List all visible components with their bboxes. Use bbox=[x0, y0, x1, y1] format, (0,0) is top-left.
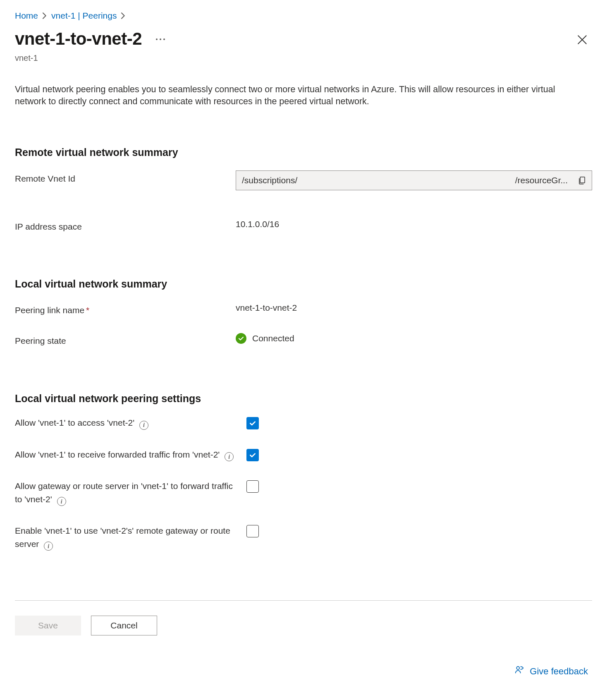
breadcrumb: Home vnet-1 | Peerings bbox=[15, 10, 592, 22]
section-remote-summary: Remote virtual network summary Remote Vn… bbox=[15, 146, 592, 233]
required-indicator: * bbox=[86, 305, 89, 315]
peering-state-label: Peering state bbox=[15, 333, 226, 347]
svg-rect-0 bbox=[580, 177, 585, 183]
give-feedback-link[interactable]: Give feedback bbox=[514, 664, 588, 678]
section-peering-settings: Local virtual network peering settings A… bbox=[15, 392, 592, 551]
copy-icon[interactable] bbox=[572, 171, 592, 190]
page-title: vnet-1-to-vnet-2 bbox=[15, 27, 167, 51]
use-remote-gateway-checkbox[interactable] bbox=[246, 525, 259, 537]
remote-vnet-id-suffix: /resourceGr... bbox=[515, 175, 572, 186]
section-title-remote: Remote virtual network summary bbox=[15, 146, 592, 160]
allow-gateway-label: Allow gateway or route server in 'vnet-1… bbox=[15, 479, 234, 506]
use-remote-gateway-label: Enable 'vnet-1' to use 'vnet-2's' remote… bbox=[15, 524, 234, 551]
chevron-right-icon bbox=[42, 12, 47, 19]
allow-access-label: Allow 'vnet-1' to access 'vnet-2' i bbox=[15, 416, 234, 430]
intro-text: Virtual network peering enables you to s… bbox=[15, 84, 585, 108]
ip-space-label: IP address space bbox=[15, 218, 226, 233]
allow-forwarded-checkbox[interactable] bbox=[246, 449, 259, 461]
allow-gateway-checkbox[interactable] bbox=[246, 480, 259, 493]
allow-access-checkbox[interactable] bbox=[246, 417, 259, 429]
breadcrumb-home[interactable]: Home bbox=[15, 10, 38, 22]
give-feedback-text: Give feedback bbox=[530, 665, 588, 678]
breadcrumb-parent[interactable]: vnet-1 | Peerings bbox=[51, 10, 117, 22]
page-title-text: vnet-1-to-vnet-2 bbox=[15, 27, 142, 51]
cancel-button[interactable]: Cancel bbox=[91, 616, 157, 635]
feedback-icon bbox=[514, 664, 525, 678]
more-actions-button[interactable] bbox=[153, 36, 167, 43]
save-button[interactable]: Save bbox=[15, 616, 81, 635]
allow-forwarded-label: Allow 'vnet-1' to receive forwarded traf… bbox=[15, 448, 234, 462]
info-icon[interactable]: i bbox=[44, 542, 53, 551]
section-title-local: Local virtual network summary bbox=[15, 277, 592, 291]
chevron-right-icon bbox=[121, 12, 126, 19]
peering-link-name-value: vnet-1-to-vnet-2 bbox=[236, 302, 592, 314]
remote-vnet-id-prefix: /subscriptions/ bbox=[236, 175, 303, 186]
page-subtitle: vnet-1 bbox=[15, 53, 572, 64]
section-title-settings: Local virtual network peering settings bbox=[15, 392, 592, 406]
peering-link-name-label: Peering link name* bbox=[15, 302, 226, 316]
close-button[interactable] bbox=[572, 30, 592, 50]
remote-vnet-id-label: Remote Vnet Id bbox=[15, 170, 226, 185]
info-icon[interactable]: i bbox=[139, 421, 148, 430]
peering-state-value: Connected bbox=[252, 333, 294, 344]
svg-point-1 bbox=[517, 667, 520, 670]
remote-vnet-id-field[interactable]: /subscriptions/ /resourceGr... bbox=[236, 170, 592, 190]
info-icon[interactable]: i bbox=[225, 452, 234, 461]
status-success-icon bbox=[236, 333, 246, 344]
section-local-summary: Local virtual network summary Peering li… bbox=[15, 277, 592, 347]
info-icon[interactable]: i bbox=[57, 497, 66, 506]
ip-space-value: 10.1.0.0/16 bbox=[236, 218, 592, 230]
